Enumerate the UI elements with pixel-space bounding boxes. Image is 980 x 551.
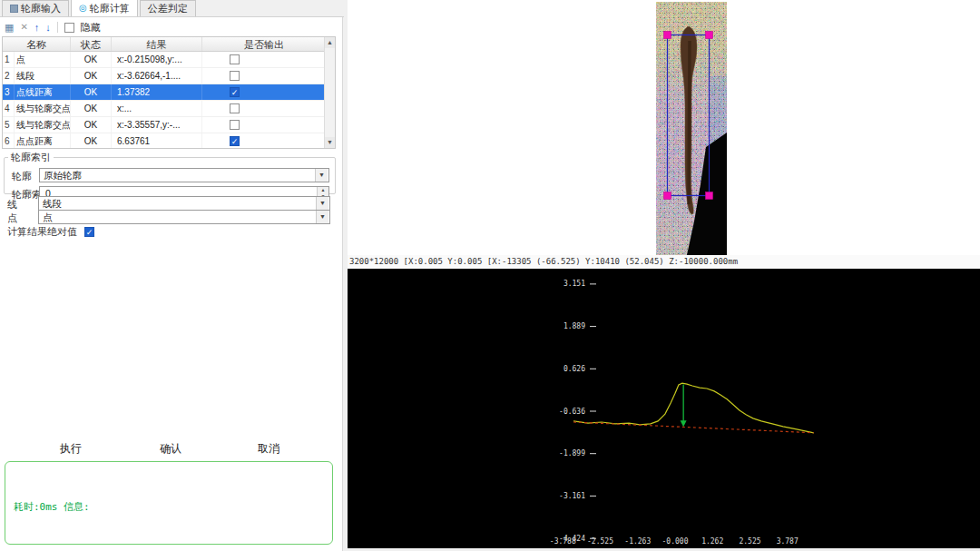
row-name: 点点距离 xyxy=(15,133,71,149)
table-row[interactable]: 6点点距离OK6.63761✓ xyxy=(3,133,326,149)
row-result: x:-0.215098,y:... xyxy=(112,52,202,67)
row-status: OK xyxy=(71,133,112,149)
delete-icon[interactable]: ✕ xyxy=(20,21,27,34)
col-header-name[interactable]: 名称 xyxy=(3,37,71,51)
contour-input-icon xyxy=(10,5,18,13)
table-row[interactable]: 1点OKx:-0.215098,y:... xyxy=(3,52,326,68)
contour-label: 轮廓 xyxy=(12,170,32,183)
table-header: 名称 状态 结果 是否输出 xyxy=(3,37,335,52)
y-tick-label: 0.626 xyxy=(564,365,585,373)
point-label: 点 xyxy=(7,212,17,225)
tab-tolerance[interactable]: 公差判定 xyxy=(140,0,196,16)
spin-up-icon[interactable]: ▲ xyxy=(318,187,328,193)
output-checkbox[interactable]: ✓ xyxy=(230,87,240,97)
line-select[interactable]: 线段 ▼ xyxy=(38,196,330,211)
contour-calc-page: ▦ ✕ ↑ ↓ 隐藏 名称 状态 结果 是否输出 1点OKx:-0.215098… xyxy=(0,17,343,551)
y-tick-label: -1.899 xyxy=(559,449,585,458)
output-checkbox[interactable]: ✓ xyxy=(230,136,240,146)
point-select[interactable]: 点 ▼ xyxy=(38,210,330,224)
row-index: 6 xyxy=(3,133,15,149)
profile-chart: 3.1511.8890.626-0.636-1.899-3.161-4.424-… xyxy=(348,269,980,548)
table-row[interactable]: 5线与轮廓交点(1)OKx:-3.35557,y:-... xyxy=(3,117,326,133)
image-viewer[interactable] xyxy=(348,0,980,255)
move-down-icon[interactable]: ↓ xyxy=(45,21,51,34)
grid-icon[interactable]: ▦ xyxy=(5,21,14,34)
scroll-down-icon[interactable]: ▼ xyxy=(325,137,335,148)
selection-handle-br[interactable] xyxy=(706,192,713,200)
table-row[interactable]: 4线与轮廓交点OKx:... xyxy=(3,101,326,117)
row-output-cell xyxy=(202,117,326,133)
scan-view-svg xyxy=(348,0,980,255)
execute-button[interactable]: 执行 xyxy=(60,441,82,457)
row-status: OK xyxy=(71,101,112,116)
row-index: 5 xyxy=(3,117,15,133)
cancel-button[interactable]: 取消 xyxy=(258,441,279,457)
row-name: 点线距离 xyxy=(15,84,71,100)
selection-handle-tr[interactable] xyxy=(706,32,713,39)
line-select-value: 线段 xyxy=(43,198,62,211)
x-tick-label: 2.525 xyxy=(739,537,760,546)
result-table-body: 1点OKx:-0.215098,y:...2线段OKx:-3.62664,-1.… xyxy=(3,52,326,149)
tab-bar: 轮廓输入 ◎ 轮廓计算 公差判定 xyxy=(0,0,344,17)
object-core xyxy=(689,41,690,204)
row-index: 3 xyxy=(3,84,15,100)
row-name: 线与轮廓交点(1) xyxy=(15,117,71,133)
row-index: 1 xyxy=(3,52,15,67)
row-result: 1.37382 xyxy=(112,84,202,100)
output-checkbox[interactable] xyxy=(230,54,240,64)
absolute-value-checkbox[interactable]: ✓ xyxy=(84,227,94,237)
group-title: 轮廓索引 xyxy=(8,151,54,164)
contour-select[interactable]: 原始轮廓 ▼ xyxy=(39,168,329,182)
col-header-result[interactable]: 结果 xyxy=(112,37,202,51)
row-status: OK xyxy=(71,117,112,133)
x-tick-label: -0.000 xyxy=(662,537,689,546)
contour-calc-icon: ◎ xyxy=(79,4,87,13)
selection-handle-tl[interactable] xyxy=(664,32,671,39)
chevron-down-icon[interactable]: ▼ xyxy=(316,211,328,223)
col-header-status[interactable]: 状态 xyxy=(71,37,112,51)
tab-label: 轮廓输入 xyxy=(21,2,61,15)
x-tick-label: -2.525 xyxy=(587,537,613,546)
output-checkbox[interactable] xyxy=(230,103,240,113)
baseline-line xyxy=(573,422,814,433)
left-panel: 轮廓输入 ◎ 轮廓计算 公差判定 ▦ ✕ ↑ ↓ 隐藏 名称 xyxy=(0,0,344,551)
x-tick-label: 1.262 xyxy=(701,537,723,546)
row-result: x:-3.62664,-1.... xyxy=(112,68,202,84)
y-tick-label: -0.636 xyxy=(559,408,585,416)
row-name: 线与轮廓交点 xyxy=(15,101,71,116)
row-name: 线段 xyxy=(15,68,71,84)
x-tick-label: -1.263 xyxy=(624,537,651,546)
scroll-up-icon[interactable]: ▲ xyxy=(325,37,335,48)
row-output-cell xyxy=(202,68,326,84)
tab-label: 公差判定 xyxy=(148,2,188,15)
chevron-down-icon[interactable]: ▼ xyxy=(315,169,328,182)
row-index: 2 xyxy=(3,68,15,84)
row-name: 点 xyxy=(15,52,71,67)
chevron-down-icon[interactable]: ▼ xyxy=(316,197,328,210)
scan-image[interactable] xyxy=(656,2,727,255)
move-up-icon[interactable]: ↑ xyxy=(34,21,40,34)
table-row[interactable]: 2线段OKx:-3.62664,-1.... xyxy=(3,68,326,84)
col-header-output[interactable]: 是否输出 xyxy=(202,37,326,51)
distance-arrow xyxy=(681,385,687,428)
table-row[interactable]: 3点线距离OK1.37382✓ xyxy=(3,84,326,101)
x-tick-label: -3.788 xyxy=(550,537,576,546)
y-tick-label: 3.151 xyxy=(564,280,585,288)
profile-line xyxy=(573,383,814,433)
calc-toolbar: ▦ ✕ ↑ ↓ 隐藏 xyxy=(5,20,101,34)
y-tick-label: -3.161 xyxy=(559,492,585,500)
tab-contour-input[interactable]: 轮廓输入 xyxy=(2,0,69,16)
output-checkbox[interactable] xyxy=(230,71,240,81)
row-output-cell: ✓ xyxy=(202,133,326,149)
table-scrollbar[interactable]: ▲ ▼ xyxy=(324,37,335,148)
confirm-button[interactable]: 确认 xyxy=(160,441,181,457)
hide-checkbox[interactable] xyxy=(64,23,74,33)
hide-label: 隐藏 xyxy=(81,21,101,34)
x-tick-label: 3.787 xyxy=(777,537,799,546)
contour-select-value: 原始轮廓 xyxy=(44,170,82,182)
selection-handle-bl[interactable] xyxy=(664,192,671,200)
result-table: 名称 状态 结果 是否输出 1点OKx:-0.215098,y:...2线段OK… xyxy=(2,36,336,149)
tab-contour-calc[interactable]: ◎ 轮廓计算 xyxy=(71,0,138,16)
output-checkbox[interactable] xyxy=(230,120,240,130)
row-output-cell: ✓ xyxy=(202,84,326,100)
